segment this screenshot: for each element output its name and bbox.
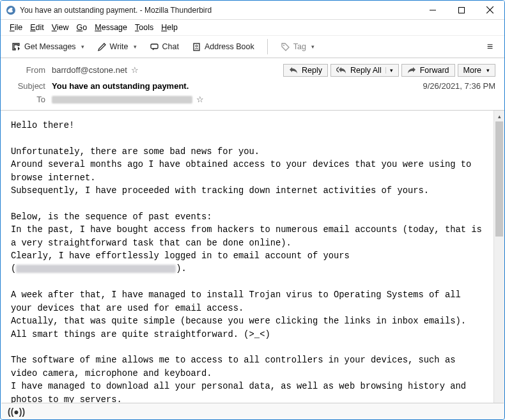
message-header: From barrdoff@cstone.net ☆ Reply Reply A…	[1, 58, 504, 111]
address-book-label: Address Book	[205, 42, 254, 51]
hamburger-icon: ≡	[487, 41, 493, 52]
chat-icon	[150, 42, 159, 52]
tag-label: Tag	[293, 42, 306, 51]
star-icon[interactable]: ☆	[196, 95, 204, 104]
from-address[interactable]: barrdoff@cstone.net	[52, 65, 127, 75]
action-buttons-row: From barrdoff@cstone.net ☆ Reply Reply A…	[10, 63, 495, 77]
body-text: ).	[176, 264, 187, 274]
activity-indicator-icon: ((●))	[8, 407, 25, 417]
app-icon	[6, 5, 16, 15]
tag-button[interactable]: Tag ▾	[277, 40, 318, 54]
forward-button[interactable]: Forward	[401, 64, 455, 77]
reply-all-button[interactable]: Reply All ▾	[330, 64, 399, 77]
menu-file[interactable]: File	[6, 21, 26, 34]
body-text: Around several months ago I have obtaine…	[11, 160, 477, 182]
svg-point-8	[283, 45, 284, 46]
window-controls	[418, 1, 504, 19]
reply-all-label: Reply All	[350, 66, 382, 75]
reply-button[interactable]: Reply	[283, 64, 328, 77]
separator	[267, 39, 268, 54]
window-title: You have an outstanding payment. - Mozil…	[20, 6, 418, 15]
status-bar: ((●))	[1, 403, 504, 419]
subject-label: Subject	[10, 81, 45, 91]
vertical-scrollbar[interactable]: ▴ ▾	[493, 111, 504, 417]
hamburger-menu-button[interactable]: ≡	[482, 37, 498, 56]
chevron-down-icon: ▾	[81, 43, 84, 50]
message-date: 9/26/2021, 7:36 PM	[423, 81, 495, 91]
write-button[interactable]: Write ▾	[93, 40, 141, 54]
chevron-down-icon: ▾	[311, 43, 315, 50]
redacted-email-inline	[16, 265, 176, 273]
get-messages-button[interactable]: Get Messages ▾	[7, 39, 88, 54]
chat-label: Chat	[162, 42, 179, 51]
address-book-icon	[192, 42, 201, 52]
svg-rect-5	[151, 44, 158, 49]
body-text: Clearly, I have effortlessly logged in t…	[11, 251, 350, 261]
chevron-down-icon[interactable]: ▾	[485, 67, 490, 74]
subject-value: You have an outstanding payment.	[52, 81, 189, 91]
chat-button[interactable]: Chat	[146, 40, 183, 54]
body-text: Actually, that was quite simple (because…	[11, 316, 466, 326]
menu-bar: File Edit View Go Message Tools Help	[1, 20, 504, 35]
message-body-area: Hello there! Unfortunately, there are so…	[1, 111, 504, 417]
body-text: Subsequently, I have proceeded with trac…	[11, 186, 429, 196]
menu-go[interactable]: Go	[73, 21, 91, 34]
body-text: In the past, I have bought access from h…	[11, 225, 487, 247]
menu-edit[interactable]: Edit	[26, 21, 48, 34]
svg-point-7	[196, 45, 198, 47]
star-icon[interactable]: ☆	[131, 65, 139, 75]
body-text: I have managed to download all your pers…	[11, 382, 471, 404]
menu-tools[interactable]: Tools	[131, 21, 157, 34]
body-greeting: Hello there!	[11, 121, 74, 130]
reply-arrow-icon	[289, 66, 298, 74]
reply-all-arrow-icon	[336, 66, 346, 74]
to-address-redacted[interactable]	[52, 96, 192, 104]
body-text: (	[11, 264, 16, 274]
forward-arrow-icon	[407, 66, 416, 74]
body-text: The software of mine allows me to access…	[11, 355, 461, 378]
more-label: More	[463, 66, 481, 75]
to-label: To	[10, 95, 45, 104]
from-label: From	[10, 65, 45, 75]
message-body: Hello there! Unfortunately, there are so…	[1, 111, 493, 417]
chevron-down-icon: ▾	[134, 43, 137, 50]
close-button[interactable]	[476, 1, 504, 19]
body-text: All smart things are quite straightforwa…	[11, 330, 270, 339]
menu-message[interactable]: Message	[91, 21, 131, 34]
scroll-up-button[interactable]: ▴	[494, 111, 504, 121]
menu-help[interactable]: Help	[157, 21, 182, 34]
maximize-button[interactable]	[447, 1, 476, 19]
minimize-button[interactable]	[418, 1, 447, 19]
title-bar: You have an outstanding payment. - Mozil…	[1, 1, 504, 20]
body-text: Below, is the sequence of past events:	[11, 212, 212, 222]
chevron-down-icon[interactable]: ▾	[385, 67, 393, 74]
more-button[interactable]: More ▾	[458, 64, 495, 77]
inbox-arrow-icon	[11, 42, 21, 52]
body-text: Unfortunately, there are some bad news f…	[11, 147, 260, 157]
forward-label: Forward	[420, 66, 449, 75]
reply-label: Reply	[302, 66, 322, 75]
pencil-icon	[97, 42, 107, 52]
main-toolbar: Get Messages ▾ Write ▾ Chat Address Book…	[1, 35, 504, 58]
address-book-button[interactable]: Address Book	[188, 40, 258, 54]
svg-rect-2	[458, 7, 464, 13]
write-label: Write	[110, 42, 128, 51]
scroll-thumb[interactable]	[495, 121, 503, 237]
body-text: A week after that, I have managed to ins…	[11, 290, 466, 313]
tag-icon	[281, 42, 290, 52]
menu-view[interactable]: View	[48, 21, 73, 34]
get-messages-label: Get Messages	[24, 42, 76, 51]
